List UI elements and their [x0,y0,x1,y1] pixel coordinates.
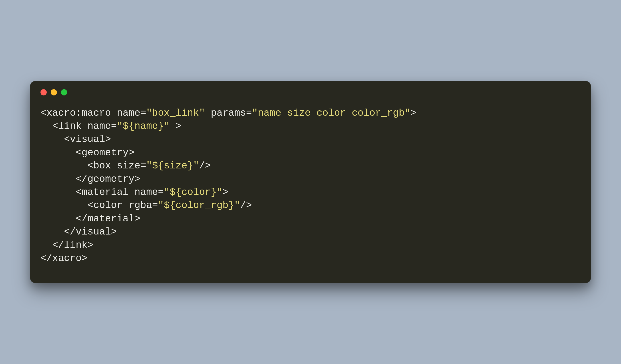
code-token-attr: params [211,107,246,119]
code-token-string: "${color}" [164,187,223,198]
code-token-tag: material [87,213,134,224]
code-token-punct [111,107,117,119]
code-line: </material> [40,212,581,225]
code-token-punct: > [87,240,93,251]
code-token-punct: < [87,200,93,211]
code-token-punct: = [158,187,164,198]
code-token-punct: < [64,134,70,145]
code-token-tag: link [64,240,88,251]
code-token-attr: name [134,187,158,198]
code-token-tag: xacro [52,253,82,264]
code-token-punct: = [140,107,146,119]
code-token-string: "${color_rgb}" [158,200,240,211]
code-token-tag: visual [76,226,111,237]
window-controls [30,81,591,95]
code-line: <geometry> [40,146,581,159]
code-token-punct [82,121,87,132]
code-line: <box size="${size}"/> [40,159,581,173]
code-token-punct: < [52,121,58,132]
code-token-punct: = [152,200,158,211]
code-token-punct [129,187,134,198]
code-token-punct: </ [76,173,87,185]
code-content: <xacro:macro name="box_link" params="nam… [30,95,591,283]
code-token-punct: </ [64,226,76,237]
code-token-string: "name size color color_rgb" [252,107,411,119]
code-window: <xacro:macro name="box_link" params="nam… [30,81,591,283]
code-token-punct [205,107,211,119]
code-line: </xacro> [40,252,581,265]
code-line: <xacro:macro name="box_link" params="nam… [40,106,581,120]
code-token-attr: size [117,160,140,171]
code-token-tag: box [93,160,111,171]
code-token-punct: </ [40,253,52,264]
code-token-punct: > [223,187,228,198]
code-token-punct: /> [199,160,211,171]
code-token-punct: > [134,173,140,185]
code-token-punct: </ [52,240,64,251]
code-line: <link name="${name}" > [40,120,581,133]
code-token-punct: > [170,121,182,132]
code-token-string: "${size}" [146,160,199,171]
code-token-tag: color [93,200,123,211]
code-token-punct: > [129,147,134,158]
code-token-attr: name [87,121,111,132]
code-token-punct: </ [76,213,87,224]
code-token-punct: /> [240,200,252,211]
code-token-punct: > [411,107,416,119]
code-token-attr: rgba [129,200,152,211]
code-token-attr: name [117,107,140,119]
code-token-punct [123,200,129,211]
code-token-punct: > [134,213,140,224]
code-token-punct [111,160,117,171]
code-token-punct: = [111,121,117,132]
code-token-tag: geometry [82,147,129,158]
code-token-string: "box_link" [146,107,205,119]
code-token-tag: xacro:macro [46,107,111,119]
code-token-punct: = [140,160,146,171]
code-token-string: "${name}" [117,121,170,132]
maximize-icon[interactable] [61,89,67,95]
code-token-tag: geometry [87,173,134,185]
code-token-punct: < [76,187,81,198]
code-line: <color rgba="${color_rgb}"/> [40,199,581,212]
code-token-punct: < [40,107,46,119]
code-token-punct: < [87,160,93,171]
code-line: </visual> [40,225,581,239]
code-token-tag: link [58,121,82,132]
close-icon[interactable] [40,89,47,95]
code-token-punct: > [82,253,87,264]
minimize-icon[interactable] [51,89,57,95]
code-line: <material name="${color}"> [40,186,581,199]
code-token-punct: > [105,134,111,145]
code-token-punct: < [76,147,81,158]
code-line: <visual> [40,133,581,146]
code-token-punct: > [111,226,117,237]
code-token-punct: = [246,107,252,119]
code-line: </link> [40,239,581,252]
code-token-tag: material [82,187,129,198]
code-token-tag: visual [70,134,105,145]
code-line: </geometry> [40,173,581,186]
